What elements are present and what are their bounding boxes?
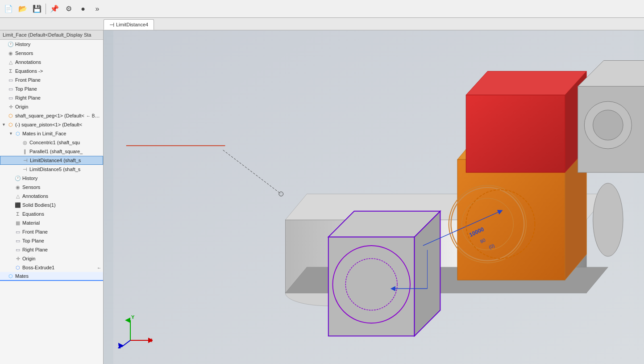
tree-item-sensors2[interactable]: ◉Sensors — [0, 183, 103, 192]
toolbar-sphere-btn[interactable]: ● — [76, 2, 90, 16]
tree-label-origin2: Origin — [22, 256, 101, 261]
tree-label-shaft-peg: shaft_square_peg<1> (Default<← Boss-Extr… — [15, 113, 101, 118]
tree-icon-material: ▦ — [14, 219, 21, 226]
tree-label-square-piston: (-) square_piston<1> (Default< — [15, 122, 101, 127]
arrow-label-shaft-peg: ← Boss-Extrude2 — [86, 113, 101, 118]
tree-item-limitdist4[interactable]: ⊣LimitDistance4 (shaft_s — [0, 156, 103, 165]
tree-label-mates: Mates — [15, 273, 101, 279]
tree-item-mates[interactable]: ⬡Mates — [0, 272, 103, 281]
tree-icon-solidbodies: ⬛ — [14, 201, 21, 209]
tree-icon-history2: 🕐 — [14, 175, 21, 182]
tree-icon-shaft-peg: ⬡ — [7, 112, 14, 119]
tab-icon: ⊣ — [109, 21, 114, 28]
tree-icon-front-plane: ▭ — [7, 76, 14, 84]
tree-icon-limitdist5: ⊣ — [21, 166, 29, 173]
tree-icon-origin2: ✛ — [14, 255, 21, 262]
red-block — [466, 71, 586, 173]
tree-item-top-plane2[interactable]: ▭Top Plane — [0, 236, 103, 245]
expand-square-piston[interactable]: ▼ — [2, 122, 7, 127]
tree-item-annotations2[interactable]: △Annotations — [0, 192, 103, 201]
tree-label-top-plane2: Top Plane — [22, 238, 101, 243]
svg-rect-16 — [466, 95, 565, 172]
main-toolbar: 📄 📂 💾 📌 ⚙ ● » — [0, 0, 644, 18]
tree-icon-top-plane: ▭ — [7, 85, 14, 92]
tree-label-boss-extrude1: Boss-Extrude1 — [22, 265, 95, 270]
toolbar-new-btn[interactable]: 📄 — [2, 2, 15, 16]
tree-label-sensors: Sensors — [15, 50, 101, 56]
panel-header: Limit_Face (Default<Default_Display Sta — [0, 30, 103, 40]
tree-item-equations2[interactable]: ΣEquations — [0, 209, 103, 218]
3d-scene: 10000 80 (0) — [104, 30, 644, 364]
svg-text:Z: Z — [118, 344, 121, 349]
tree-icon-equations2: Σ — [14, 210, 21, 218]
tree-label-mates-in-limit: Mates in Limit_Face — [22, 131, 101, 136]
toolbar-open-btn[interactable]: 📂 — [16, 2, 29, 16]
tree-icon-mates: ⬡ — [7, 272, 14, 280]
svg-rect-11 — [457, 159, 565, 280]
tree-icon-history-root: 🕐 — [7, 41, 14, 48]
tree-label-limitdist5: LimitDistance5 (shaft_s — [29, 167, 101, 172]
tree-icon-parallel1: ∥ — [21, 148, 29, 155]
tree-icon-equations: Σ — [7, 67, 14, 75]
toolbar-rebuild-btn[interactable]: ⚙ — [62, 2, 75, 16]
tree-label-parallel1: Parallel1 (shaft_square_ — [29, 149, 101, 154]
tab-bar: ⊣ LimitDistance4 — [0, 18, 644, 30]
tree-item-right-plane2[interactable]: ▭Right Plane — [0, 245, 103, 254]
tree-label-limitdist4: LimitDistance4 (shaft_s — [30, 158, 101, 163]
expand-mates-in-limit[interactable]: ▼ — [9, 131, 14, 136]
viewport[interactable]: LimitDistance4 — [104, 30, 644, 364]
tree-item-mates-in-limit[interactable]: ▼⬡Mates in Limit_Face — [0, 129, 103, 138]
tree-item-equations[interactable]: ΣEquations -> — [0, 67, 103, 75]
tree-label-right-plane2: Right Plane — [22, 247, 101, 252]
tree-label-concentric1: Concentric1 (shaft_squ — [29, 140, 101, 145]
tree-item-history2[interactable]: 🕐History — [0, 174, 103, 183]
coordinate-axes: Y X Z — [117, 314, 153, 351]
tree-icon-sensors2: ◉ — [14, 184, 21, 191]
tree-icon-sensors: ◉ — [7, 50, 14, 57]
tree-label-solidbodies: Solid Bodies(1) — [22, 202, 101, 208]
tree-label-front-plane2: Front Plane — [22, 229, 101, 234]
tree-item-material[interactable]: ▦Material — [0, 218, 103, 227]
svg-point-23 — [593, 183, 623, 256]
tree-item-solidbodies[interactable]: ⬛Solid Bodies(1) — [0, 201, 103, 209]
tree-item-shaft-peg[interactable]: ⬡shaft_square_peg<1> (Default<← Boss-Ext… — [0, 111, 103, 120]
tab-limitdistance4[interactable]: ⊣ LimitDistance4 — [104, 19, 154, 30]
toolbar-pin-btn[interactable]: 📌 — [48, 2, 61, 16]
tree-item-annotations[interactable]: △Annotations — [0, 58, 103, 67]
tree-item-boss-extrude1[interactable]: ⬡Boss-Extrude1← — [0, 263, 103, 272]
tree-icon-limitdist4: ⊣ — [22, 157, 29, 164]
tree-item-limitdist5[interactable]: ⊣LimitDistance5 (shaft_s — [0, 165, 103, 174]
main-area: Limit_Face (Default<Default_Display Sta … — [0, 30, 644, 364]
tree-item-origin[interactable]: ✛Origin — [0, 102, 103, 111]
left-block — [328, 211, 440, 336]
feature-tree-panel: Limit_Face (Default<Default_Display Sta … — [0, 30, 104, 364]
tree-icon-concentric1: ◎ — [21, 139, 29, 146]
tree-item-front-plane[interactable]: ▭Front Plane — [0, 75, 103, 84]
tree-icon-square-piston: ⬡ — [7, 121, 14, 128]
tree-icon-boss-extrude1: ⬡ — [14, 264, 21, 271]
right-block — [578, 60, 644, 172]
tree-icon-right-plane2: ▭ — [14, 246, 21, 253]
tree-icon-annotations2: △ — [14, 192, 21, 200]
tree-item-top-plane[interactable]: ▭Top Plane — [0, 84, 103, 93]
tree-item-square-piston[interactable]: ▼⬡(-) square_piston<1> (Default< — [0, 120, 103, 129]
tree-icon-annotations: △ — [7, 59, 14, 66]
tree-label-sensors2: Sensors — [22, 184, 101, 190]
svg-point-22 — [593, 110, 623, 140]
tree-icon-top-plane2: ▭ — [14, 237, 21, 244]
tree-label-equations: Equations -> — [15, 68, 101, 74]
tree-item-origin2[interactable]: ✛Origin — [0, 254, 103, 263]
toolbar-save-btn[interactable]: 💾 — [30, 2, 44, 16]
tree-item-front-plane2[interactable]: ▭Front Plane — [0, 227, 103, 236]
toolbar-more-btn[interactable]: » — [91, 2, 104, 16]
tree-label-history-root: History — [15, 42, 101, 47]
tree-label-history2: History — [22, 176, 101, 181]
tree-label-front-plane: Front Plane — [15, 77, 101, 83]
tree-label-annotations2: Annotations — [22, 193, 101, 199]
tree-item-history-root[interactable]: 🕐History — [0, 40, 103, 49]
tree-item-right-plane[interactable]: ▭Right Plane — [0, 93, 103, 102]
tree-item-parallel1[interactable]: ∥Parallel1 (shaft_square_ — [0, 147, 103, 156]
tree-icon-mates-in-limit: ⬡ — [14, 130, 21, 137]
tree-item-sensors[interactable]: ◉Sensors — [0, 49, 103, 58]
tree-item-concentric1[interactable]: ◎Concentric1 (shaft_squ — [0, 138, 103, 147]
